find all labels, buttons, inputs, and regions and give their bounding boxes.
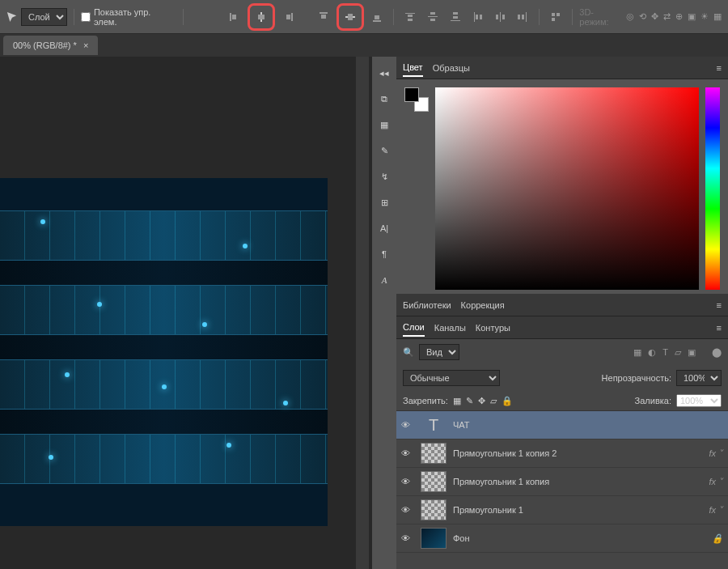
distribute-hcenter-icon[interactable]	[491, 7, 510, 27]
main-area: Ч А Т ◂◂ ⧉ ▦ ✎ ↯ ⊞ A| ¶ A Цвет Образцы ≡	[0, 57, 728, 569]
filter-shape-icon[interactable]: ▱	[675, 347, 681, 358]
svg-rect-11	[375, 15, 379, 19]
distribute-vcenter-icon[interactable]	[423, 7, 442, 27]
layer-thumb	[421, 528, 447, 549]
mode-3d-icons: ◎ ⟲ ✥ ⇄ ⊕ ▣ ☀ ▦	[626, 11, 722, 22]
layer-thumb	[421, 471, 447, 492]
lock-position-icon[interactable]: ✥	[478, 396, 485, 406]
panel-menu-icon[interactable]: ≡	[717, 60, 722, 76]
layers-panel-tabs: Слои Каналы Контуры ≡	[396, 316, 728, 339]
align-center-horizontal-icon[interactable]	[252, 7, 271, 27]
blend-mode-select[interactable]: Обычные	[403, 370, 500, 386]
distribute-bottom-icon[interactable]	[446, 7, 465, 27]
filter-type-icon[interactable]: T	[662, 347, 668, 358]
tab-swatches[interactable]: Образцы	[433, 60, 470, 76]
hue-slider[interactable]	[705, 87, 720, 290]
slide-icon[interactable]: ⇄	[663, 11, 671, 22]
svg-rect-10	[373, 20, 381, 22]
distribute-right-icon[interactable]	[513, 7, 532, 27]
layer-item[interactable]: 👁 Прямоугольник 1 копия 2 fx ˅	[396, 439, 728, 468]
lock-all-icon[interactable]: 🔒	[502, 396, 513, 406]
tab-layers[interactable]: Слои	[403, 319, 425, 337]
auto-align-icon[interactable]	[546, 7, 565, 27]
layer-name: ЧАТ	[453, 420, 723, 430]
lock-artboard-icon[interactable]: ▱	[490, 396, 497, 406]
align-center-vertical-icon[interactable]	[341, 7, 360, 27]
panel-menu-icon[interactable]: ≡	[717, 297, 722, 313]
align-right-icon[interactable]	[278, 7, 298, 27]
fill-input[interactable]: 100%	[676, 394, 722, 407]
visibility-icon[interactable]: 👁	[401, 448, 414, 458]
distribute-top-icon[interactable]	[400, 7, 420, 27]
visibility-icon[interactable]: 👁	[401, 477, 414, 486]
layer-thumb	[421, 499, 447, 520]
layer-select[interactable]: Слой	[21, 8, 67, 26]
brush-icon[interactable]: ✎	[375, 141, 394, 160]
lock-transparency-icon[interactable]: ▦	[453, 396, 461, 406]
filter-smart-icon[interactable]: ▣	[688, 347, 696, 358]
align-top-icon[interactable]	[314, 7, 333, 27]
paragraph-icon[interactable]: ¶	[375, 244, 394, 264]
tab-channels[interactable]: Каналы	[434, 320, 466, 336]
tab-paths[interactable]: Контуры	[476, 320, 510, 336]
light-icon[interactable]: ☀	[700, 11, 709, 22]
separator	[74, 9, 74, 25]
opacity-input[interactable]: 100%	[676, 370, 722, 386]
tab-color[interactable]: Цвет	[403, 59, 423, 77]
layer-item[interactable]: 👁 Прямоугольник 1 fx ˅	[396, 496, 728, 524]
tab-correction[interactable]: Коррекция	[461, 297, 505, 313]
filter-toggle-icon[interactable]: ⬤	[712, 347, 722, 358]
filter-select[interactable]: Вид	[419, 344, 459, 360]
document-tab[interactable]: 00% (RGB/8#) * ×	[3, 36, 98, 55]
history-icon[interactable]: ⧉	[375, 89, 394, 108]
distribute-left-icon[interactable]	[468, 7, 488, 27]
fx-badge[interactable]: fx ˅	[709, 505, 723, 516]
svg-rect-14	[408, 19, 413, 21]
panel-menu-icon[interactable]: ≡	[717, 320, 722, 336]
pan-icon[interactable]: ✥	[651, 11, 658, 22]
lock-image-icon[interactable]: ✎	[466, 396, 473, 406]
separator	[183, 9, 184, 25]
search-icon[interactable]: 🔍	[403, 347, 414, 358]
tab-libraries[interactable]: Библиотеки	[403, 297, 451, 313]
filter-adjust-icon[interactable]: ◐	[648, 347, 656, 358]
close-icon[interactable]: ×	[83, 40, 88, 50]
vertical-scrollbar[interactable]	[356, 57, 369, 569]
layer-item[interactable]: 👁 T ЧАТ	[396, 411, 728, 439]
visibility-icon[interactable]: 👁	[401, 505, 414, 515]
foreground-background-swatch[interactable]	[404, 87, 429, 112]
orbit-icon[interactable]: ◎	[626, 11, 634, 22]
svg-rect-31	[557, 13, 560, 16]
zoom-icon[interactable]: ⊕	[675, 11, 683, 22]
clone-source-icon[interactable]: ⊞	[375, 193, 394, 212]
camera-icon[interactable]: ▣	[688, 11, 696, 22]
color-field[interactable]	[435, 87, 699, 290]
svg-rect-12	[405, 13, 415, 14]
visibility-icon[interactable]: 👁	[401, 420, 414, 430]
svg-rect-21	[474, 12, 475, 22]
svg-rect-26	[502, 15, 505, 19]
layer-item[interactable]: 👁 Прямоугольник 1 копия fx ˅	[396, 468, 728, 496]
fx-badge[interactable]: fx ˅	[709, 477, 723, 487]
brush-settings-icon[interactable]: ↯	[375, 167, 394, 186]
fx-badge[interactable]: fx ˅	[709, 448, 723, 459]
filter-pixel-icon[interactable]: ▦	[633, 347, 641, 358]
svg-rect-29	[526, 12, 527, 22]
svg-rect-9	[348, 14, 353, 20]
collapse-icon[interactable]: ◂◂	[375, 63, 394, 83]
align-left-icon[interactable]	[225, 7, 244, 27]
canvas[interactable]: Ч А Т	[0, 178, 328, 526]
roll-icon[interactable]: ⟲	[639, 11, 646, 22]
render-icon[interactable]: ▦	[713, 11, 722, 22]
glyphs-icon[interactable]: A	[375, 270, 394, 290]
character-icon[interactable]: A|	[375, 219, 394, 238]
layer-item[interactable]: 👁 Фон 🔒	[396, 524, 728, 553]
properties-icon[interactable]: ▦	[375, 115, 394, 134]
layer-name: Прямоугольник 1 копия 2	[453, 448, 702, 458]
show-controls-checkbox[interactable]: Показать упр. элем.	[81, 7, 176, 27]
align-bottom-icon[interactable]	[367, 7, 387, 27]
svg-rect-15	[430, 12, 435, 15]
svg-rect-5	[286, 15, 290, 19]
layer-name: Прямоугольник 1 копия	[453, 477, 702, 486]
visibility-icon[interactable]: 👁	[401, 533, 414, 543]
